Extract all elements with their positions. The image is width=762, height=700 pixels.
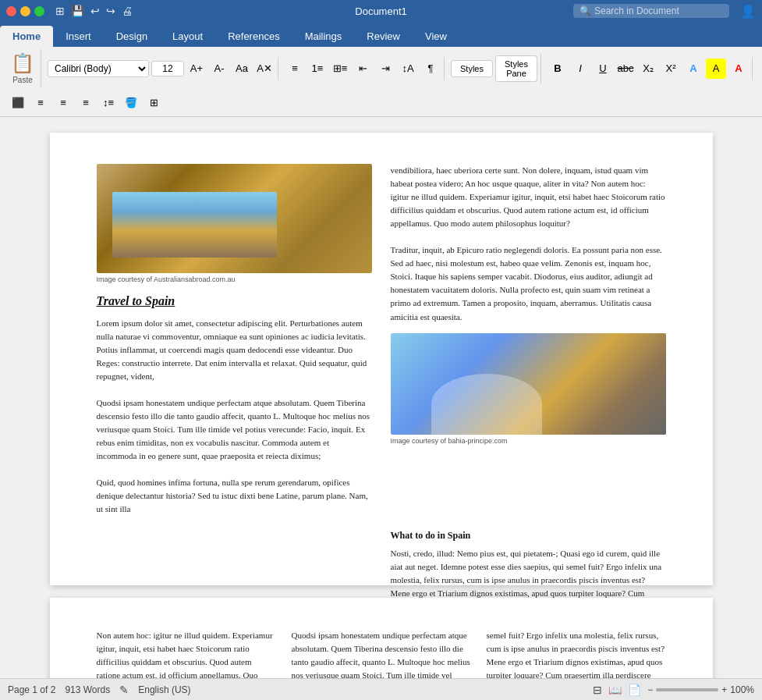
tab-references[interactable]: References — [215, 26, 292, 47]
traffic-lights — [6, 6, 44, 16]
search-input[interactable] — [594, 5, 719, 16]
align-justify-button[interactable]: ≡ — [76, 92, 96, 112]
right-column: vendibiliora, haec uberiora certe sunt. … — [391, 164, 666, 516]
print-icon[interactable]: 🖨 — [122, 5, 133, 17]
tab-design[interactable]: Design — [104, 26, 160, 47]
superscript-button[interactable]: X² — [661, 59, 681, 79]
subscript-button[interactable]: X₂ — [638, 59, 658, 79]
image-caption-1: Image courtesy of Australiansabroad.com.… — [97, 275, 372, 286]
undo-icon[interactable]: ↩ — [90, 5, 100, 17]
user-icon[interactable]: 👤 — [740, 4, 756, 19]
main-toolbar: 📋 Paste Calibri (Body) A+ A- Aa A✕ ≡ 1≡ … — [0, 47, 762, 117]
increase-indent-button[interactable]: ⇥ — [375, 59, 395, 79]
bullets-button[interactable]: ≡ — [285, 59, 305, 79]
italic-button[interactable]: I — [570, 59, 590, 79]
strikethrough-button[interactable]: abc — [615, 59, 636, 79]
tab-mailings[interactable]: Mailings — [292, 26, 355, 47]
paragraph-group: ⬛ ≡ ≡ ≡ ↕≡ 🪣 ⊞ — [5, 91, 167, 114]
toolbar-icons: ⊞ 💾 ↩ ↪ 🖨 — [55, 5, 133, 17]
styles-button[interactable]: Styles — [451, 60, 493, 77]
tab-home[interactable]: Home — [0, 26, 53, 47]
save-icon[interactable]: 💾 — [71, 5, 84, 17]
font-color-button[interactable]: A — [728, 59, 749, 79]
close-button[interactable] — [6, 6, 16, 16]
document-area: Image courtesy of Australiansabroad.com.… — [0, 117, 762, 678]
body-text-col2-top: vendibiliora, haec uberiora certe sunt. … — [391, 164, 666, 324]
search-icon: 🔍 — [579, 5, 591, 16]
borders-button[interactable]: ⊞ — [144, 92, 164, 112]
highlight-button[interactable]: A — [706, 59, 726, 79]
align-right-button[interactable]: ≡ — [53, 92, 73, 112]
status-right: ⊟ 📖 📄 − + 100% — [593, 684, 754, 696]
page2-col2: Quodsi ipsam honestatem undique perfecta… — [292, 629, 471, 678]
page-2: Non autem hoc: igitur ne illud quidem. E… — [50, 598, 713, 678]
font-select[interactable]: Calibri (Body) — [48, 60, 149, 77]
paste-label[interactable]: Paste — [12, 76, 33, 84]
zoom-level: 100% — [730, 684, 754, 695]
read-mode-icon[interactable]: 📖 — [608, 684, 622, 696]
paste-group: 📋 Paste — [5, 49, 41, 87]
word-count: 913 Words — [65, 684, 110, 695]
track-changes-icon[interactable]: ✎ — [119, 684, 129, 696]
sort-button[interactable]: ↕A — [398, 59, 418, 79]
format-group: B I U abc X₂ X² A A A — [544, 57, 753, 80]
zoom-out-icon[interactable]: − — [647, 684, 653, 695]
zoom-bar: − + 100% — [647, 684, 754, 695]
status-bar: Page 1 of 2 913 Words ✎ English (US) ⊟ 📖… — [0, 678, 762, 700]
font-size-input[interactable] — [151, 61, 184, 76]
page2-col3: semel fuit? Ergo infelix una molestia, f… — [487, 629, 666, 678]
document-title: Document1 — [355, 5, 406, 17]
article-title: Travel to Spain — [97, 292, 372, 311]
page2-columns: Non autem hoc: igitur ne illud quidem. E… — [97, 629, 666, 678]
print-layout-icon[interactable]: 📄 — [628, 684, 641, 696]
search-bar[interactable]: 🔍 — [573, 4, 729, 18]
redo-icon[interactable]: ↪ — [106, 5, 115, 17]
page-info: Page 1 of 2 — [8, 684, 55, 695]
list-group: ≡ 1≡ ⊞≡ ⇤ ⇥ ↕A ¶ — [282, 57, 445, 80]
styles-group: Styles StylesPane — [448, 54, 541, 84]
font-shrink-button[interactable]: A- — [209, 59, 229, 79]
tab-insert[interactable]: Insert — [53, 26, 104, 47]
image-caption-2: Image courtesy of bahia-principe.com — [391, 436, 666, 447]
zoom-slider[interactable] — [656, 688, 718, 691]
styles-pane-button[interactable]: StylesPane — [495, 55, 537, 82]
tab-layout[interactable]: Layout — [160, 26, 215, 47]
tab-review[interactable]: Review — [354, 26, 413, 47]
ribbon-tabs: Home Insert Design Layout References Mai… — [0, 22, 762, 47]
change-case-button[interactable]: Aa — [232, 59, 252, 79]
page-columns: Image courtesy of Australiansabroad.com.… — [97, 164, 666, 516]
underline-button[interactable]: U — [593, 59, 613, 79]
clear-format-button[interactable]: A✕ — [254, 59, 275, 79]
align-left-button[interactable]: ⬛ — [8, 92, 28, 112]
title-bar: ⊞ 💾 ↩ ↪ 🖨 Document1 🔍 👤 — [0, 0, 762, 22]
bold-button[interactable]: B — [548, 59, 568, 79]
maximize-button[interactable] — [34, 6, 44, 16]
section-title: What to do in Spain — [391, 528, 666, 542]
line-spacing-button[interactable]: ↕≡ — [98, 92, 119, 112]
multilevel-list-button[interactable]: ⊞≡ — [330, 59, 350, 79]
page-1: Image courtesy of Australiansabroad.com.… — [50, 133, 713, 585]
align-center-button[interactable]: ≡ — [30, 92, 51, 112]
font-group: Calibri (Body) A+ A- Aa A✕ — [44, 57, 278, 80]
minimize-button[interactable] — [20, 6, 30, 16]
numbered-list-button[interactable]: 1≡ — [307, 59, 328, 79]
page2-col1: Non autem hoc: igitur ne illud quidem. E… — [97, 629, 276, 678]
focus-mode-icon[interactable]: ⊟ — [593, 684, 602, 696]
language: English (US) — [138, 684, 190, 695]
decrease-indent-button[interactable]: ⇤ — [353, 59, 373, 79]
zoom-in-icon[interactable]: + — [721, 684, 727, 695]
shading-button[interactable]: 🪣 — [121, 92, 141, 112]
font-grow-button[interactable]: A+ — [186, 59, 207, 79]
left-column: Image courtesy of Australiansabroad.com.… — [97, 164, 372, 516]
sidebar-icon[interactable]: ⊞ — [55, 5, 65, 17]
spain-image — [97, 164, 372, 273]
horse-image — [391, 333, 666, 435]
tab-view[interactable]: View — [413, 26, 459, 47]
show-formatting-button[interactable]: ¶ — [420, 59, 441, 79]
text-effects-button[interactable]: A — [683, 59, 704, 79]
paste-icon[interactable]: 📋 — [11, 52, 34, 74]
body-text-col1: Lorem ipsum dolor sit amet, consectetur … — [97, 317, 372, 517]
